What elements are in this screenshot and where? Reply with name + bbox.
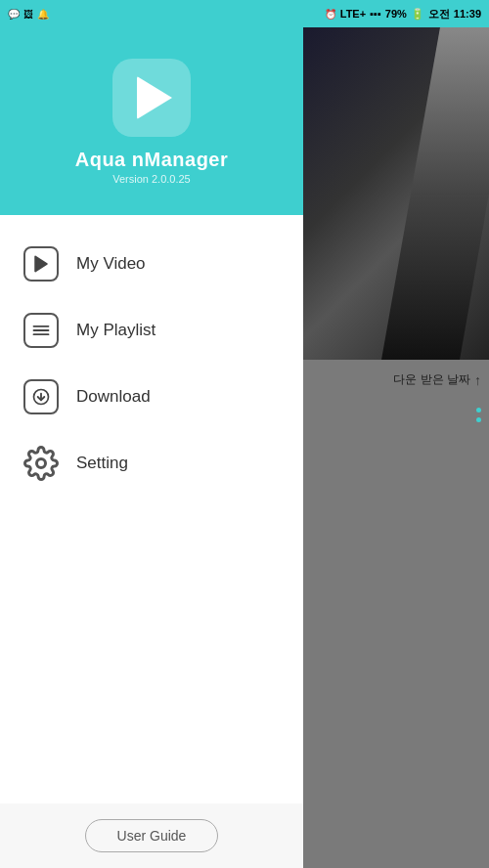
nav-label-download: Download: [76, 387, 151, 407]
playlist-icon: [23, 313, 59, 348]
svg-marker-0: [35, 257, 47, 272]
navigation-drawer: Aqua nManager Version 2.0.0.25 My Video: [0, 0, 303, 868]
nav-item-download[interactable]: Download: [0, 364, 303, 430]
sort-arrow-icon[interactable]: ↑: [474, 372, 481, 388]
status-bar-right: ⏰ LTE+ ▪▪▪ 79% 🔋 오전 11:39: [325, 7, 481, 22]
video-icon: [23, 246, 59, 282]
main-content: 다운 받은 날짜 ↑: [303, 0, 489, 868]
dots-menu[interactable]: [476, 408, 481, 422]
main-bottom-area: 다운 받은 날짜 ↑: [303, 360, 489, 868]
date-sort-label: 다운 받은 날짜: [393, 371, 470, 388]
nav-list: My Video My Playlist Downl: [0, 215, 303, 803]
download-icon: [23, 379, 59, 414]
image-icon: 🖼: [23, 9, 33, 20]
alarm-icon: ⏰: [325, 9, 336, 20]
notification-icon: 🔔: [37, 9, 49, 20]
date-sort-row: 다운 받은 날짜 ↑: [393, 371, 481, 388]
svg-point-6: [37, 459, 46, 468]
user-guide-button[interactable]: User Guide: [85, 819, 219, 852]
nav-item-my-video[interactable]: My Video: [0, 231, 303, 297]
dot-2: [476, 417, 481, 422]
nav-item-setting[interactable]: Setting: [0, 430, 303, 497]
nav-label-setting: Setting: [76, 454, 128, 473]
time-period: 오전: [428, 7, 450, 22]
time-display: 11:39: [454, 8, 481, 20]
nav-label-my-playlist: My Playlist: [76, 321, 156, 340]
dot-1: [476, 408, 481, 412]
status-bar: 💬 🖼 🔔 ⏰ LTE+ ▪▪▪ 79% 🔋 오전 11:39: [0, 0, 489, 27]
app-version: Version 2.0.0.25: [112, 173, 191, 185]
play-icon: [137, 76, 172, 119]
nav-item-my-playlist[interactable]: My Playlist: [0, 297, 303, 364]
drawer-footer: User Guide: [0, 803, 303, 868]
lte-indicator: LTE+: [340, 8, 366, 20]
video-thumbnail: [303, 27, 489, 360]
status-bar-left: 💬 🖼 🔔: [8, 9, 49, 20]
signal-bars: ▪▪▪: [370, 8, 381, 20]
drawer-header: Aqua nManager Version 2.0.0.25: [0, 0, 303, 215]
gear-icon: [23, 446, 59, 481]
battery-icon: 🔋: [411, 8, 424, 21]
app-name: Aqua nManager: [75, 149, 229, 171]
chat-icon: 💬: [8, 9, 20, 20]
nav-label-my-video: My Video: [76, 254, 146, 274]
app-logo: [112, 59, 191, 137]
battery-level: 79%: [385, 8, 407, 20]
video-area: [303, 27, 489, 360]
